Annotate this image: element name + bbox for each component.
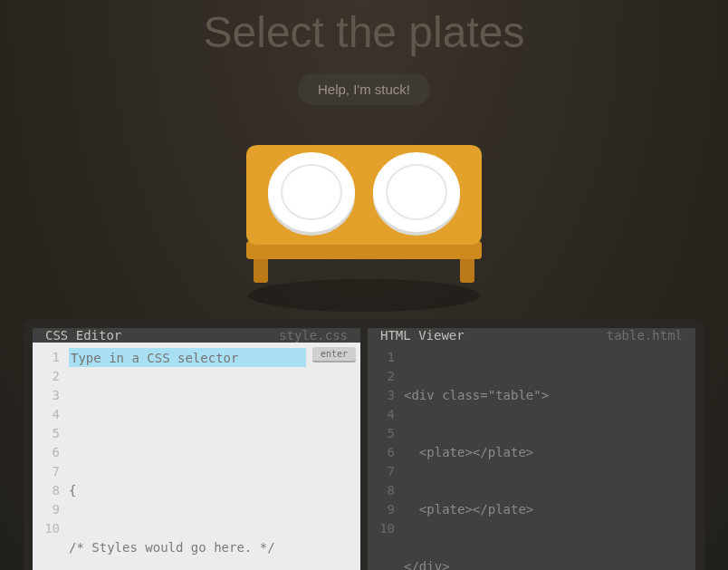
css-editor-filename: style.css: [279, 328, 348, 343]
css-editor-body[interactable]: 1 2 3 4 5 6 7 8 9 10 enter { /* Styles: [33, 343, 360, 570]
html-viewer-body: 1 2 3 4 5 6 7 8 9 10 <div class="table">…: [368, 343, 695, 570]
svg-point-0: [248, 279, 480, 312]
html-viewer-filename: table.html: [607, 328, 683, 343]
page-title: Select the plates: [204, 7, 525, 57]
css-editor-header: CSS Editor style.css: [33, 328, 360, 343]
html-code: <div class="table"> <plate></plate> <pla…: [402, 343, 695, 570]
html-viewer-label: HTML Viewer: [380, 328, 465, 343]
enter-button[interactable]: enter: [312, 347, 356, 362]
html-viewer-pane: HTML Viewer table.html 1 2 3 4 5 6 7 8 9…: [368, 328, 695, 570]
game-table: [237, 140, 491, 321]
plate-icon[interactable]: [373, 152, 460, 236]
table-illustration: [237, 140, 491, 321]
css-line-numbers: 1 2 3 4 5 6 7 8 9 10: [33, 343, 67, 570]
css-code[interactable]: enter { /* Styles would go here. */ } /*…: [67, 343, 360, 570]
html-viewer-header: HTML Viewer table.html: [368, 328, 695, 343]
css-editor-label: CSS Editor: [45, 328, 121, 343]
css-editor-pane: CSS Editor style.css 1 2 3 4 5 6 7 8 9 1…: [33, 328, 368, 570]
html-line-numbers: 1 2 3 4 5 6 7 8 9 10: [368, 343, 402, 570]
help-button[interactable]: Help, I'm stuck!: [298, 73, 430, 105]
editor-container: CSS Editor style.css 1 2 3 4 5 6 7 8 9 1…: [24, 319, 704, 570]
selector-input[interactable]: [69, 348, 306, 367]
plate-icon[interactable]: [268, 152, 355, 236]
